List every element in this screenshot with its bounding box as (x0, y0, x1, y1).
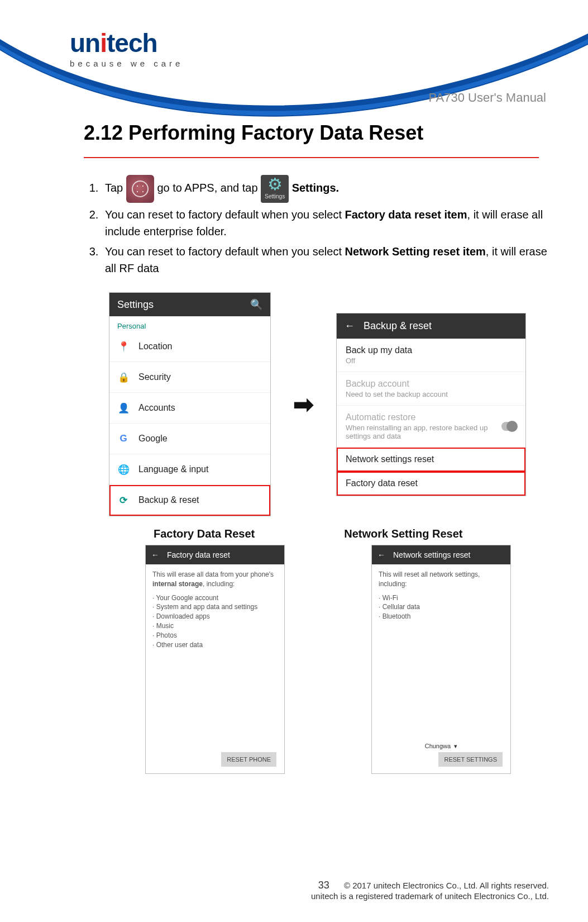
settings-row-label: Location (138, 341, 173, 351)
carrier-label: Chungwa ▾ (372, 743, 510, 750)
language-input-icon: 🌐 (117, 463, 130, 476)
backup-item-label: Back up my data (346, 345, 517, 355)
settings-row-accounts[interactable]: 👤Accounts (109, 393, 270, 424)
settings-row-google[interactable]: GGoogle (109, 424, 270, 454)
security-icon: 🔒 (117, 371, 130, 383)
logo-dot: i (100, 28, 107, 58)
step-3: You can reset to factory default when yo… (102, 243, 549, 277)
settings-row-security[interactable]: 🔒Security (109, 362, 270, 393)
fdr-bullet: Photos (152, 631, 278, 640)
caption-network-setting-reset: Network Setting Reset (344, 527, 462, 540)
instruction-list: Tap go to APPS, and tap Settings. You ca… (84, 175, 549, 277)
section-rule (84, 157, 539, 158)
back-icon[interactable]: ← (151, 550, 159, 559)
accounts-icon: 👤 (117, 402, 130, 414)
page-number: 33 (318, 880, 329, 891)
settings-row-label: Language & input (138, 464, 208, 474)
settings-row-label: Backup & reset (138, 495, 199, 505)
reset-phone-button[interactable]: RESET PHONE (221, 752, 276, 767)
logo-right: tech (107, 28, 157, 58)
settings-row-backup-reset[interactable]: ⟳Backup & reset (109, 485, 270, 516)
settings-app-icon (261, 175, 289, 203)
search-icon[interactable]: 🔍 (250, 298, 262, 311)
copyright-line-1: © 2017 unitech Electronics Co., Ltd. All… (344, 881, 549, 890)
backup-item-automatic-restore: Automatic restoreWhen reinstalling an ap… (337, 406, 525, 448)
copyright-line-2: unitech is a registered trademark of uni… (311, 891, 549, 901)
step-2: You can reset to factory default when yo… (102, 206, 549, 240)
caption-factory-data-reset: Factory Data Reset (154, 527, 255, 540)
nsr-bullet: Bluetooth (379, 612, 504, 621)
step-1: Tap go to APPS, and tap Settings. (102, 175, 549, 203)
nsr-title: Network settings reset (393, 550, 471, 559)
fdr-bullets: Your Google accountSystem and app data a… (152, 593, 278, 650)
apps-icon (126, 175, 154, 203)
backup-reset-icon: ⟳ (117, 494, 130, 506)
fdr-bullet: Music (152, 621, 278, 631)
settings-row-language-input[interactable]: 🌐Language & input (109, 454, 270, 485)
backup-item-sub: Need to set the backup account (346, 390, 517, 398)
reset-settings-button[interactable]: RESET SETTINGS (438, 752, 503, 767)
google-icon: G (117, 433, 130, 445)
network-settings-reset-screenshot: ← Network settings reset This will reset… (371, 545, 511, 774)
backup-item-label: Network settings reset (346, 454, 517, 464)
arrow-right-icon: ➡ (293, 390, 314, 419)
backup-item-sub: Off (346, 357, 517, 365)
fdr-bullet: Your Google account (152, 593, 278, 603)
back-icon[interactable]: ← (377, 550, 385, 559)
fdr-bullet: System and app data and settings (152, 602, 278, 612)
settings-row-location[interactable]: 📍Location (109, 331, 270, 362)
fdr-bullet: Downloaded apps (152, 612, 278, 621)
brand-logo: unitech because we care (70, 28, 549, 68)
settings-row-label: Google (138, 434, 168, 444)
logo-left: un (70, 28, 100, 58)
nsr-lead: This will reset all network settings, in… (379, 570, 504, 589)
backup-title: Backup & reset (364, 320, 432, 332)
backup-item-factory-data-reset[interactable]: Factory data reset (337, 472, 525, 496)
settings-title: Settings (117, 299, 154, 311)
backup-item-label: Factory data reset (346, 478, 517, 488)
settings-screenshot: Settings 🔍 Personal 📍Location🔒Security👤A… (109, 292, 271, 516)
backup-reset-screenshot: ← Backup & reset Back up my dataOffBacku… (336, 313, 526, 496)
automatic-restore-toggle (501, 422, 517, 431)
nsr-bullet: Cellular data (379, 602, 504, 612)
fdr-title: Factory data reset (167, 550, 230, 559)
backup-item-label: Backup account (346, 379, 517, 389)
nsr-bullets: Wi-FiCellular dataBluetooth (379, 593, 504, 621)
settings-row-label: Security (138, 372, 171, 382)
backup-item-sub: When reinstalling an app, restore backed… (346, 424, 501, 440)
backup-item-label: Automatic restore (346, 412, 501, 422)
settings-row-label: Accounts (138, 403, 175, 413)
page-footer: 33 © 2017 unitech Electronics Co., Ltd. … (0, 880, 549, 901)
location-icon: 📍 (117, 340, 130, 353)
backup-item-backup-account: Backup accountNeed to set the backup acc… (337, 372, 525, 406)
section-heading: 2.12 Performing Factory Data Reset (84, 121, 549, 145)
back-icon[interactable]: ← (345, 320, 355, 332)
document-title: PA730 User's Manual (429, 91, 546, 105)
backup-item-network-settings-reset[interactable]: Network settings reset (337, 448, 525, 472)
fdr-bullet: Other user data (152, 640, 278, 650)
nsr-bullet: Wi-Fi (379, 593, 504, 603)
backup-item-back-up-my-data[interactable]: Back up my dataOff (337, 339, 525, 372)
fdr-lead: This will erase all data from your phone… (152, 570, 278, 589)
factory-data-reset-screenshot: ← Factory data reset This will erase all… (145, 545, 285, 774)
settings-section-label: Personal (109, 316, 270, 331)
logo-tagline: because we care (70, 59, 549, 68)
